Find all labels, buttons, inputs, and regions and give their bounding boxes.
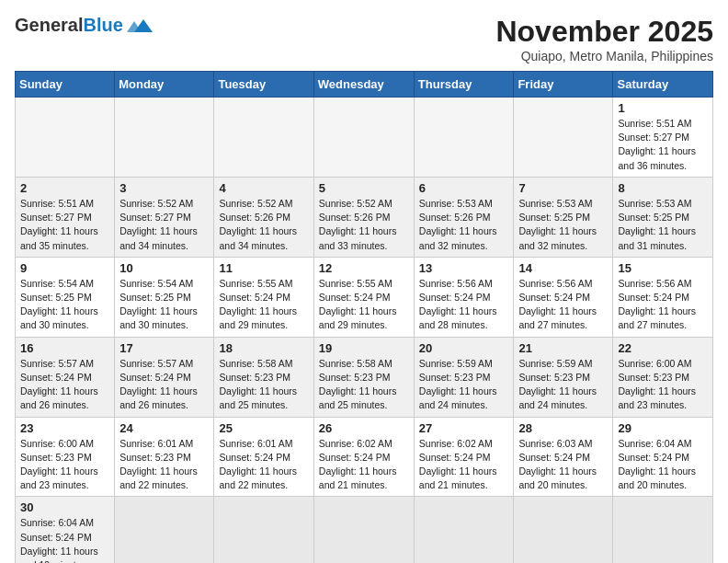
day-number: 4: [219, 181, 308, 195]
calendar-cell: 22Sunrise: 6:00 AM Sunset: 5:23 PM Dayli…: [613, 337, 713, 417]
calendar-cell: 19Sunrise: 5:58 AM Sunset: 5:23 PM Dayli…: [313, 337, 414, 417]
header-tuesday: Tuesday: [214, 72, 313, 98]
day-info: Sunrise: 5:53 AM Sunset: 5:25 PM Dayligh…: [518, 197, 608, 253]
day-info: Sunrise: 6:01 AM Sunset: 5:24 PM Dayligh…: [219, 437, 308, 493]
day-number: 27: [419, 421, 509, 435]
day-number: 14: [518, 261, 608, 275]
calendar-week-row: 9Sunrise: 5:54 AM Sunset: 5:25 PM Daylig…: [16, 257, 713, 337]
day-number: 22: [618, 341, 708, 355]
day-number: 24: [119, 421, 209, 435]
day-info: Sunrise: 6:01 AM Sunset: 5:23 PM Dayligh…: [119, 437, 209, 493]
calendar-cell: [514, 497, 613, 563]
day-number: 30: [20, 500, 109, 514]
calendar-week-row: 16Sunrise: 5:57 AM Sunset: 5:24 PM Dayli…: [16, 337, 713, 417]
calendar-cell: 20Sunrise: 5:59 AM Sunset: 5:23 PM Dayli…: [414, 337, 514, 417]
day-number: 23: [20, 421, 109, 435]
calendar-cell: 27Sunrise: 6:02 AM Sunset: 5:24 PM Dayli…: [414, 417, 514, 497]
day-info: Sunrise: 5:58 AM Sunset: 5:23 PM Dayligh…: [219, 357, 308, 413]
calendar-cell: [214, 98, 313, 178]
day-info: Sunrise: 6:04 AM Sunset: 5:24 PM Dayligh…: [618, 437, 708, 493]
header-monday: Monday: [115, 72, 214, 98]
day-number: 28: [518, 421, 608, 435]
calendar-cell: 1Sunrise: 5:51 AM Sunset: 5:27 PM Daylig…: [613, 98, 713, 178]
calendar-cell: 7Sunrise: 5:53 AM Sunset: 5:25 PM Daylig…: [514, 177, 613, 257]
calendar-cell: 4Sunrise: 5:52 AM Sunset: 5:26 PM Daylig…: [214, 177, 313, 257]
logo-icon: [127, 16, 153, 36]
calendar-cell: 28Sunrise: 6:03 AM Sunset: 5:24 PM Dayli…: [514, 417, 613, 497]
day-info: Sunrise: 6:00 AM Sunset: 5:23 PM Dayligh…: [618, 357, 708, 413]
calendar-cell: 12Sunrise: 5:55 AM Sunset: 5:24 PM Dayli…: [313, 257, 414, 337]
day-info: Sunrise: 6:02 AM Sunset: 5:24 PM Dayligh…: [319, 437, 409, 493]
calendar-week-row: 23Sunrise: 6:00 AM Sunset: 5:23 PM Dayli…: [16, 417, 713, 497]
calendar-cell: 11Sunrise: 5:55 AM Sunset: 5:24 PM Dayli…: [214, 257, 313, 337]
calendar-cell: 6Sunrise: 5:53 AM Sunset: 5:26 PM Daylig…: [414, 177, 514, 257]
header: GeneralBlue November 2025 Quiapo, Metro …: [15, 15, 713, 63]
calendar-cell: 29Sunrise: 6:04 AM Sunset: 5:24 PM Dayli…: [613, 417, 713, 497]
day-number: 25: [219, 421, 308, 435]
day-number: 6: [419, 181, 509, 195]
day-info: Sunrise: 5:55 AM Sunset: 5:24 PM Dayligh…: [319, 277, 409, 333]
day-info: Sunrise: 5:52 AM Sunset: 5:27 PM Dayligh…: [119, 197, 209, 253]
day-info: Sunrise: 5:59 AM Sunset: 5:23 PM Dayligh…: [419, 357, 509, 413]
calendar-cell: 3Sunrise: 5:52 AM Sunset: 5:27 PM Daylig…: [115, 177, 214, 257]
day-info: Sunrise: 5:56 AM Sunset: 5:24 PM Dayligh…: [618, 277, 708, 333]
day-info: Sunrise: 5:51 AM Sunset: 5:27 PM Dayligh…: [618, 117, 708, 173]
day-info: Sunrise: 5:55 AM Sunset: 5:24 PM Dayligh…: [219, 277, 308, 333]
day-number: 19: [319, 341, 409, 355]
calendar-cell: [514, 98, 613, 178]
day-number: 29: [618, 421, 708, 435]
day-number: 3: [119, 181, 209, 195]
day-info: Sunrise: 5:51 AM Sunset: 5:27 PM Dayligh…: [20, 197, 109, 253]
calendar-cell: 21Sunrise: 5:59 AM Sunset: 5:23 PM Dayli…: [514, 337, 613, 417]
day-number: 10: [119, 261, 209, 275]
calendar-cell: [214, 497, 313, 563]
calendar-cell: [414, 98, 514, 178]
calendar-cell: 15Sunrise: 5:56 AM Sunset: 5:24 PM Dayli…: [613, 257, 713, 337]
day-number: 12: [319, 261, 409, 275]
day-info: Sunrise: 5:52 AM Sunset: 5:26 PM Dayligh…: [319, 197, 409, 253]
calendar-cell: 30Sunrise: 6:04 AM Sunset: 5:24 PM Dayli…: [16, 497, 115, 563]
calendar-cell: 24Sunrise: 6:01 AM Sunset: 5:23 PM Dayli…: [115, 417, 214, 497]
day-info: Sunrise: 5:56 AM Sunset: 5:24 PM Dayligh…: [518, 277, 608, 333]
day-info: Sunrise: 6:03 AM Sunset: 5:24 PM Dayligh…: [518, 437, 608, 493]
calendar-cell: 23Sunrise: 6:00 AM Sunset: 5:23 PM Dayli…: [16, 417, 115, 497]
calendar-cell: 16Sunrise: 5:57 AM Sunset: 5:24 PM Dayli…: [16, 337, 115, 417]
calendar-week-row: 2Sunrise: 5:51 AM Sunset: 5:27 PM Daylig…: [16, 177, 713, 257]
day-number: 16: [20, 341, 109, 355]
day-number: 5: [319, 181, 409, 195]
day-number: 13: [419, 261, 509, 275]
calendar-cell: 8Sunrise: 5:53 AM Sunset: 5:25 PM Daylig…: [613, 177, 713, 257]
calendar-cell: 2Sunrise: 5:51 AM Sunset: 5:27 PM Daylig…: [16, 177, 115, 257]
day-number: 17: [119, 341, 209, 355]
calendar-cell: 9Sunrise: 5:54 AM Sunset: 5:25 PM Daylig…: [16, 257, 115, 337]
day-number: 21: [518, 341, 608, 355]
day-info: Sunrise: 6:04 AM Sunset: 5:24 PM Dayligh…: [20, 516, 109, 563]
day-info: Sunrise: 5:59 AM Sunset: 5:23 PM Dayligh…: [518, 357, 608, 413]
calendar-cell: 25Sunrise: 6:01 AM Sunset: 5:24 PM Dayli…: [214, 417, 313, 497]
title-area: November 2025 Quiapo, Metro Manila, Phil…: [495, 15, 713, 63]
day-info: Sunrise: 5:57 AM Sunset: 5:24 PM Dayligh…: [119, 357, 209, 413]
weekday-header-row: Sunday Monday Tuesday Wednesday Thursday…: [16, 72, 713, 98]
calendar-cell: 18Sunrise: 5:58 AM Sunset: 5:23 PM Dayli…: [214, 337, 313, 417]
calendar-cell: [16, 98, 115, 178]
day-info: Sunrise: 5:53 AM Sunset: 5:25 PM Dayligh…: [618, 197, 708, 253]
day-number: 18: [219, 341, 308, 355]
day-info: Sunrise: 5:57 AM Sunset: 5:24 PM Dayligh…: [20, 357, 109, 413]
calendar-cell: 13Sunrise: 5:56 AM Sunset: 5:24 PM Dayli…: [414, 257, 514, 337]
day-info: Sunrise: 6:00 AM Sunset: 5:23 PM Dayligh…: [20, 437, 109, 493]
calendar-cell: [313, 497, 414, 563]
calendar-cell: 14Sunrise: 5:56 AM Sunset: 5:24 PM Dayli…: [514, 257, 613, 337]
calendar-cell: 26Sunrise: 6:02 AM Sunset: 5:24 PM Dayli…: [313, 417, 414, 497]
location-title: Quiapo, Metro Manila, Philippines: [495, 49, 713, 63]
day-number: 11: [219, 261, 308, 275]
month-title: November 2025: [495, 15, 713, 49]
day-number: 20: [419, 341, 509, 355]
calendar-cell: [115, 98, 214, 178]
day-number: 7: [518, 181, 608, 195]
calendar-cell: 5Sunrise: 5:52 AM Sunset: 5:26 PM Daylig…: [313, 177, 414, 257]
day-number: 15: [618, 261, 708, 275]
header-thursday: Thursday: [414, 72, 514, 98]
day-info: Sunrise: 5:56 AM Sunset: 5:24 PM Dayligh…: [419, 277, 509, 333]
calendar-week-row: 30Sunrise: 6:04 AM Sunset: 5:24 PM Dayli…: [16, 497, 713, 563]
logo: GeneralBlue: [15, 15, 153, 36]
